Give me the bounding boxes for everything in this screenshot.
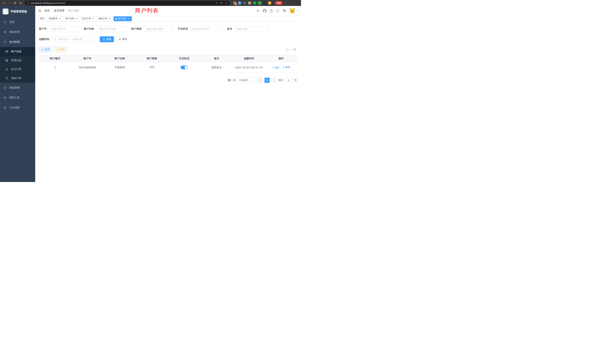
search-icon[interactable] [256,9,260,12]
extension-icon[interactable] [243,1,246,5]
close-icon[interactable] [92,17,94,20]
sidebar-item-merchant-info[interactable]: 商户信息 [0,47,35,56]
caret-down-icon[interactable]: ▾ [297,10,298,12]
active-dot [115,18,117,20]
chevron-right-icon [273,79,275,81]
cell-actions: ✎修改 删除 [265,66,297,69]
monitor-icon [3,86,7,89]
filter-row-1: 商户号 商户全称 商户简称 开启状态 请选择开启状态 [39,26,297,32]
share-icon[interactable] [220,2,223,4]
cell-remark: 我是备注 [200,66,233,69]
browser-reload-icon[interactable]: ⟳ [13,0,17,6]
app-logo[interactable]: 芋道管理系统 [0,6,35,17]
refresh-icon: ⟳ [119,38,121,41]
remark-input[interactable] [235,26,269,32]
tab-home[interactable]: 首页 [38,16,46,21]
breadcrumb-item[interactable]: 支付管理 [54,9,69,12]
export-button[interactable]: 导出 [54,47,67,52]
close-icon[interactable] [58,17,61,20]
sidebar-item-label: 退款订单 [11,76,22,80]
tab-merchant-info[interactable]: 商户信息 [114,16,132,21]
extension-icon[interactable] [238,1,241,5]
sidebar-item-refund-order[interactable]: 退款订单 [0,74,35,83]
tag-bar: 首页 流程表单 用户分组 支付订单 退款订单 商户信息 [35,16,301,22]
column-header: 开启状态 [168,57,200,60]
sidebar-item-dev-tools[interactable]: 研发工具 [0,93,35,103]
sidebar-item-payment[interactable]: ¥ 支付管理 [0,37,35,47]
github-icon[interactable] [263,9,266,12]
extension-icon[interactable] [248,1,251,5]
full-name-input[interactable] [96,26,126,32]
filter-create-time: 创建时间 开始日期 - 结束日期 [39,36,95,42]
refresh-table-button[interactable]: ⟳ [292,47,297,52]
trash-icon [283,66,285,68]
goto-page-input[interactable] [285,78,293,83]
dashboard-icon [3,21,7,23]
page-size-select[interactable]: 10条/页 [237,78,256,83]
create-time-range[interactable]: 开始日期 - 结束日期 [52,36,95,42]
add-button[interactable]: + 新增 [39,47,52,52]
close-icon[interactable] [108,17,111,20]
extension-icon[interactable] [258,1,261,5]
edit-link[interactable]: ✎修改 [272,66,279,69]
filter-merchant-no: 商户号 [39,26,79,32]
tab-pay-order[interactable]: 支付订单 [80,16,96,21]
date-end-placeholder: 结束日期 [73,38,83,41]
tab-refund-order[interactable]: 退款订单 [97,16,113,21]
extension-icon[interactable] [253,1,256,5]
browser-forward-icon[interactable]: → [7,0,12,6]
tab-process-form[interactable]: 流程表单 [47,16,63,21]
field-label: 商户简称 [131,27,142,31]
reset-button[interactable]: ⟳ 重置 [116,36,130,42]
sidebar-item-workflow[interactable]: 工作流程 [0,103,35,113]
pagination: 共 1 条 10条/页 1 前往 页 [39,78,297,83]
field-label: 开启状态 [178,27,188,31]
sidebar-item-label: 系统管理 [9,30,20,34]
password-key-icon[interactable] [215,2,218,4]
browser-back-icon[interactable]: ← [1,0,6,6]
browser-home-icon[interactable]: ⌂ [18,0,23,6]
breadcrumb-item[interactable]: 首页 [44,9,54,12]
browser-update-button[interactable]: 更新 [275,1,283,5]
sidebar-item-home[interactable]: 首页 [0,17,35,27]
tab-user-group[interactable]: 用户分组 [64,16,79,21]
edit-icon: ✎ [272,66,274,69]
close-icon[interactable] [75,17,78,20]
sidebar-item-pay-order[interactable]: 支付订单 [0,65,35,74]
close-icon[interactable] [128,17,130,20]
toggle-search-button[interactable] [285,47,290,52]
delete-link[interactable]: 删除 [283,66,290,69]
sidebar: 芋道管理系统 首页 ⚙ 系统管理 ¥ 支付管理 商户信息 应用信息 [0,6,35,182]
search-button[interactable]: 搜索 [100,36,114,42]
extension-icon[interactable]: 10 [233,1,236,5]
status-select[interactable]: 请选择开启状态 [190,26,222,32]
browser-extensions: 10 [232,1,273,5]
hamburger-icon[interactable] [38,9,42,12]
sidebar-item-infra[interactable]: 基础设施 [0,83,35,93]
field-label: 创建时间 [39,38,49,41]
help-icon[interactable]: ? [270,9,273,12]
short-name-input[interactable] [144,26,172,32]
extension-icon[interactable] [268,1,271,5]
sidebar-item-app-info[interactable]: 应用信息 [0,56,35,65]
sidebar-item-label: 首页 [9,20,14,24]
filter-full-name: 商户全称 [84,26,126,32]
status-switch[interactable] [181,66,188,69]
bookmark-star-icon[interactable]: ☆ [225,2,227,4]
filter-row-2: 创建时间 开始日期 - 结束日期 搜索 ⟳ 重置 [39,36,297,42]
chevron-up-icon [30,41,32,43]
browser-menu-icon[interactable]: ⋮ [285,1,287,4]
avatar[interactable] [290,8,295,13]
column-header: 创建时间 [233,57,265,60]
extension-icon[interactable] [263,1,266,5]
site-info-icon[interactable]: i [27,2,30,4]
next-page-button[interactable] [271,78,277,83]
url-bar[interactable]: i localhost:1024/pay/merchant ☆ [25,1,230,5]
merchant-no-input[interactable] [49,26,79,32]
sidebar-item-system[interactable]: ⚙ 系统管理 [0,27,35,37]
fullscreen-icon[interactable] [276,9,280,12]
font-size-icon[interactable]: TT [283,9,286,13]
cell-full-name: 芋道源码 [104,66,136,69]
prev-page-button[interactable] [258,78,263,83]
page-1-button[interactable]: 1 [265,78,270,83]
